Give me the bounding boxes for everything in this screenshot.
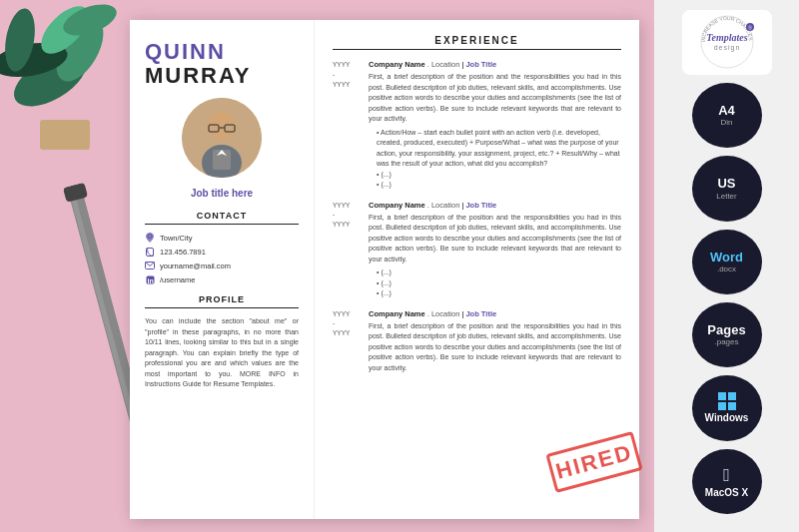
format-btn-a4-main: A4: [718, 104, 735, 118]
exp-company-line-1: Company Name . Location | Job Title: [369, 60, 621, 69]
format-btn-a4-sub: Din: [720, 118, 732, 127]
format-btn-pages-sub: .pages: [714, 337, 738, 346]
format-btn-word-sub: .docx: [717, 265, 736, 273]
contact-email-text: yourname@mail.com: [160, 262, 231, 270]
exp-location-1: . Location: [427, 60, 460, 69]
format-btn-macos-main: MacOS X: [705, 487, 748, 498]
svg-text:®: ®: [748, 25, 752, 31]
job-title: Job title here: [145, 188, 299, 199]
svg-point-1: [47, 11, 113, 90]
exp-location-2: . Location: [427, 201, 460, 210]
svg-text:design: design: [713, 44, 740, 52]
svg-point-3: [33, 0, 97, 62]
exp-bullet-2-0: • (...): [377, 267, 621, 278]
svg-point-0: [5, 43, 94, 118]
company-name-1: Company Name: [369, 60, 425, 69]
exp-company-line-3: Company Name . Location | Job Title: [369, 309, 621, 318]
exp-bullet-1-1: • (...): [377, 170, 621, 181]
exp-company-line-2: Company Name . Location | Job Title: [369, 201, 621, 210]
svg-point-4: [1, 6, 40, 74]
phone-icon: [145, 247, 155, 257]
svg-text:in: in: [147, 276, 153, 283]
exp-bullet-1-0: • Action/How – start each bullet point w…: [377, 128, 621, 170]
linkedin-icon: in: [145, 274, 155, 284]
brand-logo: INCREASE YOUR CHANCES Templates design ®: [682, 10, 772, 75]
exp-years-2: YYYY-YYYY: [333, 201, 361, 299]
location-icon: [145, 233, 155, 243]
experience-entry-1: YYYY-YYYY Company Name . Location | Job …: [333, 60, 621, 191]
format-btn-pages[interactable]: Pages .pages: [692, 302, 762, 367]
exp-job-title-2: Job Title: [465, 201, 496, 210]
company-name-3: Company Name: [369, 309, 425, 318]
last-name: MURRAY: [145, 64, 299, 88]
format-btn-word-main: Word: [710, 251, 743, 265]
experience-title: EXPERIENCE: [333, 35, 621, 50]
exp-job-title-1: Job Title: [465, 60, 496, 69]
contact-linkedin: in /username: [145, 274, 299, 284]
svg-text:Templates: Templates: [706, 32, 747, 43]
profile-text: You can include the section "about me" o…: [145, 316, 299, 390]
exp-content-1: Company Name . Location | Job Title Firs…: [369, 60, 621, 191]
svg-point-13: [208, 112, 236, 140]
experience-entry-3: YYYY-YYYY Company Name . Location | Job …: [333, 309, 621, 377]
exp-location-3: . Location: [427, 309, 460, 318]
contact-location: Town/City: [145, 233, 299, 243]
exp-desc-1: First, a brief description of the positi…: [369, 72, 621, 125]
profile-section-title: PROFILE: [145, 294, 299, 308]
format-btn-us-main: US: [717, 177, 735, 191]
format-btn-a4[interactable]: A4 Din: [692, 83, 762, 148]
exp-bullet-2-1: • (...): [377, 278, 621, 289]
contact-linkedin-text: /username: [160, 275, 195, 284]
profile-photo: [182, 98, 262, 178]
exp-desc-2: First, a brief description of the positi…: [369, 213, 621, 266]
company-name-2: Company Name: [369, 201, 425, 210]
svg-rect-6: [40, 120, 90, 150]
format-btn-pages-main: Pages: [707, 323, 745, 337]
exp-content-3: Company Name . Location | Job Title Firs…: [369, 309, 621, 377]
contact-email: yourname@mail.com: [145, 261, 299, 270]
format-btn-us-sub: Letter: [716, 192, 736, 201]
format-btn-windows[interactable]: Windows: [692, 375, 762, 440]
format-btn-us[interactable]: US Letter: [692, 156, 762, 221]
name-section: QUINN MURRAY: [145, 40, 299, 88]
svg-point-5: [59, 0, 121, 42]
exp-content-2: Company Name . Location | Job Title Firs…: [369, 201, 621, 299]
experience-entry-2: YYYY-YYYY Company Name . Location | Job …: [333, 201, 621, 299]
windows-icon: [718, 392, 736, 410]
format-btn-macos[interactable]:  MacOS X: [692, 449, 762, 514]
right-panel: INCREASE YOUR CHANCES Templates design ®…: [654, 0, 799, 532]
left-column: QUINN MURRAY Job title here: [130, 20, 315, 519]
first-name: QUINN: [145, 40, 299, 64]
exp-bullet-2-2: • (...): [377, 288, 621, 299]
exp-job-title-3: Job Title: [465, 309, 496, 318]
format-btn-windows-main: Windows: [705, 412, 749, 423]
contact-location-text: Town/City: [160, 234, 193, 243]
svg-point-2: [0, 38, 70, 83]
svg-rect-11: [63, 183, 88, 203]
exp-desc-3: First, a brief description of the positi…: [369, 321, 621, 374]
contact-section-title: CONTACT: [145, 211, 299, 225]
exp-years-1: YYYY-YYYY: [333, 60, 361, 191]
apple-icon: : [723, 465, 730, 486]
contact-phone-text: 123.456.7891: [160, 248, 206, 257]
format-btn-word[interactable]: Word .docx: [692, 230, 762, 294]
exp-bullet-1-2: • (...): [377, 180, 621, 191]
contact-phone: 123.456.7891: [145, 247, 299, 257]
exp-years-3: YYYY-YYYY: [333, 309, 361, 377]
email-icon: [145, 261, 155, 270]
resume-paper: QUINN MURRAY Job title here: [130, 20, 639, 519]
